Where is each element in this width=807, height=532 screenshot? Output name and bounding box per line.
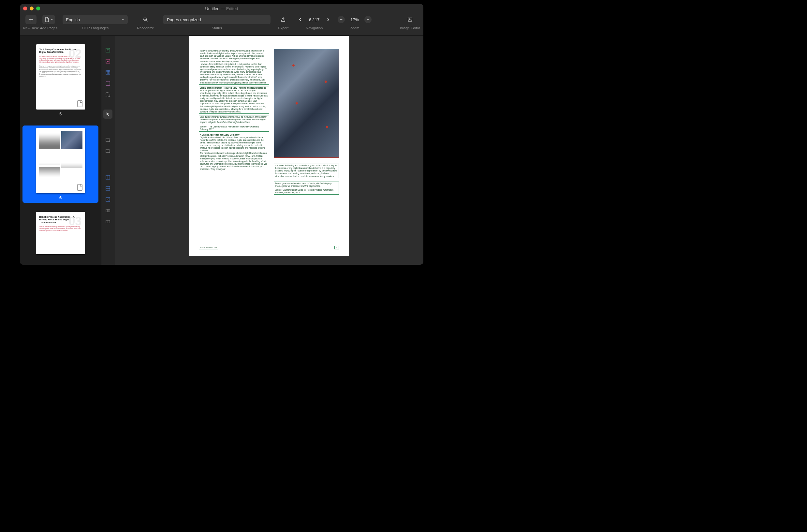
thumbnail-7[interactable]: 03 Robotic Process Automation – A Drivin… — [22, 209, 98, 257]
add-pages-label: Add Pages — [40, 26, 57, 30]
body: 02 Tech Savvy Customers Are Driving Digi… — [20, 36, 423, 265]
new-task-group: New Task — [23, 15, 38, 30]
footer-url: WWW.ABBYY.COM — [200, 246, 217, 248]
ocr-text: It's a simple fact that digital transfor… — [200, 89, 268, 113]
thumbnail-6[interactable]: 6 — [22, 126, 98, 203]
ocr-language-select[interactable]: English — [62, 15, 128, 24]
thumbnail-page — [36, 128, 85, 193]
picture-area-tool[interactable] — [103, 57, 112, 66]
split-cells-tool[interactable] — [103, 217, 112, 226]
ocr-text: processes to identify and understand you… — [275, 164, 337, 177]
ocr-heading: Digital Transformation Requires New Thin… — [200, 87, 268, 89]
delete-separator-tool[interactable] — [103, 195, 112, 204]
chevron-right-icon — [326, 18, 330, 21]
page-indicator[interactable]: 6 / 17 — [307, 17, 321, 22]
zoom-in-button[interactable] — [364, 16, 371, 23]
zoom-label: Zoom — [350, 26, 359, 30]
thumbnail-number: 6 — [59, 195, 62, 200]
recognition-area-tool[interactable] — [103, 79, 112, 88]
ocr-text-block[interactable]: Bold, tightly integrated digital strateg… — [199, 115, 269, 132]
document-type-icon — [77, 184, 82, 191]
ocr-text-block[interactable]: Digital Transformation Requires New Thin… — [199, 86, 269, 114]
footer-page-number: 6 — [336, 246, 337, 248]
edited-indicator: — Edited — [219, 6, 238, 11]
add-pages-button[interactable] — [42, 15, 55, 24]
svg-rect-13 — [106, 209, 108, 212]
merge-cells-icon — [105, 208, 111, 213]
ocr-text-block[interactable]: WWW.ABBYY.COM — [199, 246, 218, 250]
thumbnail-number: 5 — [59, 112, 62, 116]
image-editor-group: Image Editor — [400, 15, 420, 30]
thumb-bignum: 03 — [69, 214, 81, 228]
text-area-tool[interactable] — [103, 46, 112, 55]
export-button[interactable] — [278, 15, 289, 24]
document-title: Untitled — [205, 6, 219, 11]
ocr-source: Source: "The Case for Digital Reinventio… — [200, 126, 259, 130]
export-group: Export — [278, 15, 289, 30]
close-window-button[interactable] — [23, 6, 27, 11]
table-area-tool[interactable] — [103, 68, 112, 77]
ocr-picture-block[interactable] — [274, 49, 339, 158]
zoom-group: 17% Zoom — [338, 15, 371, 30]
zoom-out-button[interactable] — [338, 16, 345, 23]
page-view[interactable]: Today's consumers are digitally empowere… — [189, 36, 349, 256]
page-canvas[interactable]: Today's consumers are digitally empowere… — [114, 36, 423, 265]
thumbnail-page: 02 Tech Savvy Customers Are Driving Digi… — [36, 44, 85, 110]
new-task-button[interactable] — [25, 15, 37, 24]
table-area-icon — [105, 70, 111, 75]
svg-rect-14 — [108, 209, 110, 212]
export-label: Export — [278, 26, 288, 30]
page-footer: WWW.ABBYY.COM 6 — [199, 246, 339, 250]
recognition-area-icon — [105, 81, 111, 86]
add-pages-group: Add Pages — [40, 15, 57, 30]
recognize-button[interactable] — [140, 15, 151, 24]
new-task-label: New Task — [23, 26, 38, 30]
area-tools-strip — [101, 36, 114, 265]
add-vertical-separator-tool[interactable] — [103, 173, 112, 182]
app-window: Untitled — Edited New Task Add Pages Eng… — [20, 4, 423, 265]
pointer-tool[interactable] — [103, 110, 112, 119]
next-page-button[interactable] — [324, 15, 332, 24]
thumbnail-5[interactable]: 02 Tech Savvy Customers Are Driving Digi… — [22, 42, 98, 119]
status-field: Pages recognized — [163, 15, 270, 24]
minimize-window-button[interactable] — [30, 6, 34, 11]
toolbar: New Task Add Pages English OCR Languages… — [20, 13, 423, 36]
chevron-down-icon — [121, 18, 124, 21]
add-horizontal-separator-tool[interactable] — [103, 184, 112, 193]
ocr-heading: A Unique Approach for Every Company — [200, 134, 268, 136]
ocr-languages-label: OCR Languages — [82, 26, 109, 30]
ocr-source: Source: Gartner Market Guide for Robotic… — [275, 189, 333, 194]
ocr-text-block[interactable]: 6 — [334, 246, 339, 250]
ocr-text-block[interactable]: A Unique Approach for Every Company Digi… — [199, 133, 269, 171]
remove-area-part-tool[interactable] — [103, 147, 112, 156]
ocr-quote: Robotic process automation tools cut cos… — [275, 182, 331, 187]
zoom-value[interactable]: 17% — [347, 17, 362, 22]
add-area-part-tool[interactable] — [103, 136, 112, 145]
export-icon — [281, 17, 286, 22]
picture-area-icon — [105, 59, 111, 64]
merge-cells-tool[interactable] — [103, 206, 112, 215]
remove-part-icon — [105, 149, 111, 154]
maximize-window-button[interactable] — [36, 6, 40, 11]
document-type-icon — [77, 100, 82, 107]
ocr-text-block[interactable]: Robotic process automation tools cut cos… — [274, 182, 339, 195]
svg-rect-4 — [106, 59, 110, 63]
pointer-icon — [105, 112, 111, 117]
thumbnail-panel[interactable]: 02 Tech Savvy Customers Are Driving Digi… — [20, 36, 101, 265]
ocr-text-block[interactable]: processes to identify and understand you… — [274, 164, 339, 178]
chevron-down-icon — [51, 18, 53, 21]
recognize-group: Recognize — [137, 15, 154, 30]
svg-rect-5 — [106, 71, 110, 74]
prev-page-button[interactable] — [296, 15, 304, 24]
ocr-text-block[interactable]: Today's consumers are digitally empowere… — [199, 49, 269, 85]
background-area-tool[interactable] — [103, 90, 112, 99]
svg-rect-6 — [106, 81, 110, 86]
status-group: Pages recognized Status — [163, 15, 270, 30]
plus-icon — [28, 17, 34, 22]
navigation-group: 6 / 17 Navigation — [296, 15, 332, 30]
recognize-label: Recognize — [137, 26, 154, 30]
window-controls — [23, 6, 40, 11]
thumb-image — [61, 131, 82, 149]
ocr-language-value: English — [66, 17, 80, 22]
image-editor-button[interactable] — [404, 15, 416, 24]
